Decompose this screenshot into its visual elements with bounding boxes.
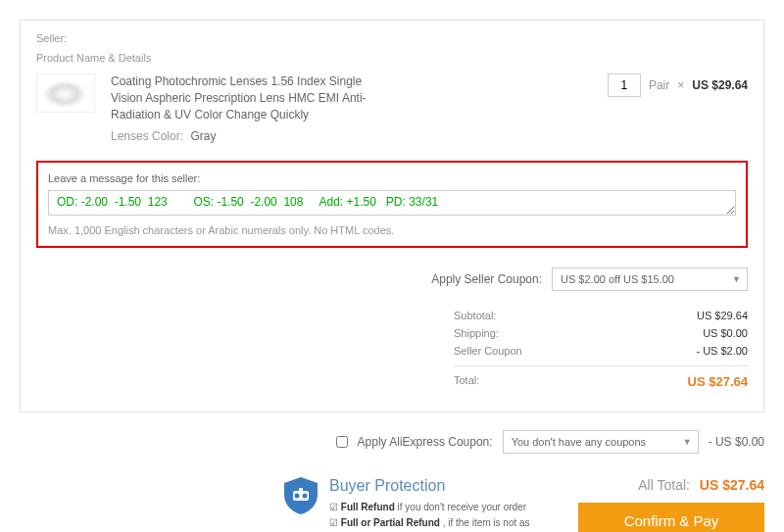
seller-label: Seller:	[36, 32, 67, 44]
bp-line1-bold: Full Refund	[341, 502, 395, 512]
message-input[interactable]: OD: -2.00 -1.50 123 OS: -1.50 -2.00 108 …	[48, 190, 736, 216]
seller-coupon-value: US $2.00 off US $15.00	[561, 273, 674, 285]
variant-value: Gray	[190, 129, 216, 143]
seller-coupon-select[interactable]: US $2.00 off US $15.00	[552, 267, 748, 291]
total-value: US $27.64	[688, 374, 748, 389]
product-thumbnail	[36, 73, 95, 113]
buyer-protection-title: Buyer Protection	[329, 477, 539, 495]
details-label: Product Name & Details	[36, 52, 151, 64]
seller-message-box: Leave a message for this seller: OD: -2.…	[36, 161, 748, 248]
aliexpress-coupon-select[interactable]: You don't have any coupons	[503, 430, 699, 454]
svg-point-1	[295, 494, 300, 499]
aliexpress-coupon-label: Apply AliExpress Coupon:	[358, 435, 493, 449]
quantity-unit: Pair	[649, 73, 669, 97]
shipping-label: Shipping:	[454, 327, 499, 339]
buyer-protection: Buyer Protection ☑ Full Refund if you do…	[284, 477, 539, 532]
bp-line1-text: if you don't receive your order	[395, 502, 526, 512]
order-totals: Subtotal:US $29.64 Shipping:US $0.00 Sel…	[454, 307, 748, 392]
product-row: Coating Photochromic Lenses 1.56 Index S…	[36, 73, 748, 145]
all-total-value: US $27.64	[700, 477, 764, 493]
svg-rect-3	[299, 488, 303, 492]
variant-label: Lenses Color:	[111, 129, 183, 143]
times-symbol: ×	[677, 73, 684, 97]
message-hint: Max. 1,000 English characters or Arabic …	[48, 224, 736, 236]
subtotal-value: US $29.64	[697, 310, 748, 321]
product-title: Coating Photochromic Lenses 1.56 Index S…	[111, 73, 385, 122]
quantity-input[interactable]	[608, 73, 641, 97]
aliexpress-coupon-value: - US $0.00	[709, 435, 764, 449]
aliexpress-coupon-checkbox[interactable]	[336, 436, 348, 448]
svg-point-2	[303, 494, 308, 499]
message-title: Leave a message for this seller:	[48, 172, 736, 184]
all-total-label: All Total:	[638, 477, 690, 493]
unit-price: US $29.64	[692, 73, 748, 97]
seller-coupon-label: Apply Seller Coupon:	[431, 272, 542, 286]
bp-line2-bold: Full or Partial Refund	[341, 517, 440, 528]
total-label: Total:	[454, 374, 479, 389]
shield-icon	[284, 477, 318, 514]
shipping-value: US $0.00	[703, 327, 748, 339]
seller-coupon-total-label: Seller Coupon	[454, 345, 522, 357]
subtotal-label: Subtotal:	[454, 310, 496, 321]
aliexpress-coupon-selected: You don't have any coupons	[512, 436, 646, 448]
confirm-pay-button[interactable]: Confirm & Pay	[578, 503, 764, 532]
order-panel: Seller: Product Name & Details Coating P…	[20, 20, 764, 412]
seller-coupon-total-value: - US $2.00	[696, 345, 748, 357]
